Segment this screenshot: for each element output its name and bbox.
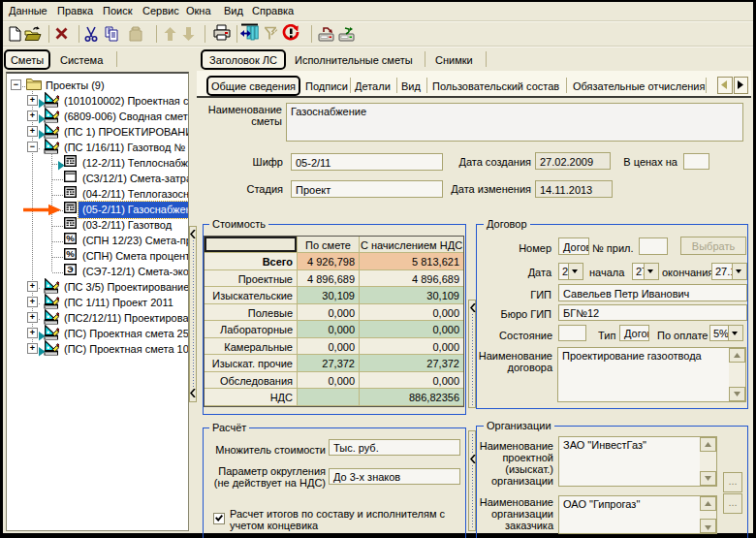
svg-text:%: % xyxy=(66,248,75,259)
svg-text:%: % xyxy=(66,233,75,243)
svg-text:Э: Э xyxy=(67,265,74,274)
